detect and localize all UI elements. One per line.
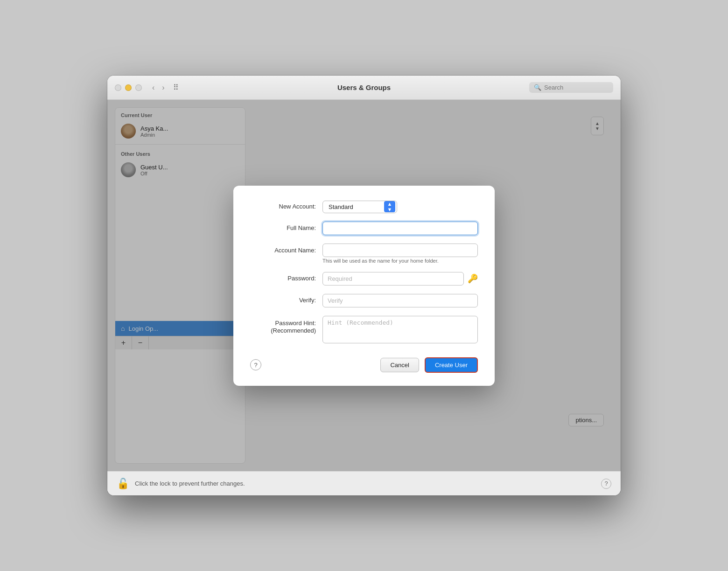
account-name-hint: This will be used as the name for your h… <box>322 258 478 264</box>
password-label: Password: <box>250 275 322 283</box>
search-icon: 🔍 <box>534 84 541 91</box>
full-name-input[interactable] <box>322 222 478 235</box>
verify-input[interactable] <box>322 294 478 307</box>
password-hint-input[interactable] <box>322 316 478 343</box>
account-type-wrapper: Standard Administrator ▲ ▼ <box>322 201 397 213</box>
password-row: Password: 🔑 <box>250 272 478 286</box>
new-account-label: New Account: <box>250 203 322 211</box>
new-user-modal: New Account: Standard Administrator ▲ ▼ <box>233 186 495 386</box>
modal-buttons: Cancel Create User <box>380 357 478 373</box>
main-content: Current User Asya Ka... Admin Other User… <box>107 100 621 471</box>
traffic-lights <box>115 84 142 91</box>
lock-icon[interactable]: 🔓 <box>117 478 129 490</box>
close-button[interactable] <box>115 84 121 91</box>
modal-help-button[interactable]: ? <box>250 359 261 370</box>
grid-icon: ⠿ <box>173 83 179 92</box>
new-account-field: Standard Administrator ▲ ▼ <box>322 201 478 213</box>
full-name-row: Full Name: <box>250 222 478 235</box>
password-hint-field <box>322 316 478 345</box>
verify-label: Verify: <box>250 297 322 305</box>
cancel-button[interactable]: Cancel <box>380 358 419 372</box>
nav-buttons: ‹ › <box>149 83 168 93</box>
account-name-label: Account Name: <box>250 244 322 255</box>
maximize-button[interactable] <box>135 84 142 91</box>
verify-field <box>322 294 478 307</box>
search-box: 🔍 <box>529 82 613 93</box>
new-account-row: New Account: Standard Administrator ▲ ▼ <box>250 201 478 213</box>
password-hint-label: Password Hint: (Recommended) <box>250 316 322 335</box>
main-window: ‹ › ⠿ Users & Groups 🔍 Current User Asya… <box>107 76 621 495</box>
account-name-field: This will be used as the name for your h… <box>322 244 478 264</box>
account-name-row: Account Name: This will be used as the n… <box>250 244 478 264</box>
password-field: 🔑 <box>322 272 478 286</box>
verify-row: Verify: <box>250 294 478 307</box>
lock-text: Click the lock to prevent further change… <box>135 480 245 487</box>
back-button[interactable]: ‹ <box>149 83 157 93</box>
window-footer: 🔓 Click the lock to prevent further chan… <box>107 471 621 495</box>
password-hint-row: Password Hint: (Recommended) <box>250 316 478 345</box>
key-icon[interactable]: 🔑 <box>468 273 478 284</box>
full-name-field <box>322 222 478 235</box>
search-input[interactable] <box>544 84 609 91</box>
password-input[interactable] <box>322 272 464 286</box>
help-button[interactable]: ? <box>601 479 611 489</box>
modal-overlay: New Account: Standard Administrator ▲ ▼ <box>107 100 621 471</box>
forward-button[interactable]: › <box>159 83 167 93</box>
window-title: Users & Groups <box>337 84 391 91</box>
titlebar: ‹ › ⠿ Users & Groups 🔍 <box>107 76 621 100</box>
minimize-button[interactable] <box>125 84 132 91</box>
account-name-input[interactable] <box>322 244 478 257</box>
full-name-label: Full Name: <box>250 224 322 232</box>
create-user-button[interactable]: Create User <box>425 357 478 373</box>
account-type-select[interactable]: Standard Administrator <box>322 201 397 213</box>
modal-footer: ? Cancel Create User <box>250 357 478 373</box>
